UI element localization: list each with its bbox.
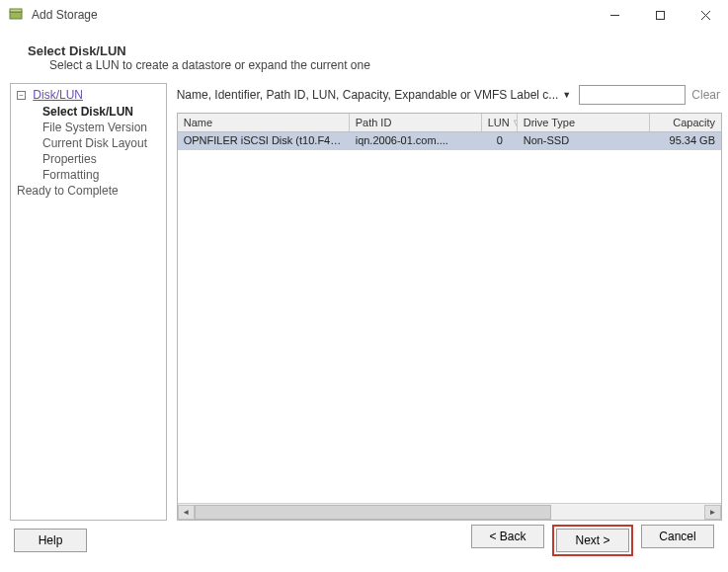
horizontal-scrollbar: ◄ ► (178, 503, 721, 520)
filter-row: Name, Identifier, Path ID, LUN, Capacity… (177, 83, 722, 107)
cell-drive: Non-SSD (518, 132, 650, 150)
nav-item-ready[interactable]: Ready to Complete (17, 183, 160, 199)
nav-item-filesystem[interactable]: File System Version (31, 120, 160, 135)
table-row[interactable]: OPNFILER iSCSI Disk (t10.F405E464... iqn… (178, 132, 721, 150)
table-body: OPNFILER iSCSI Disk (t10.F405E464... iqn… (178, 132, 721, 503)
nav-root-row: − Disk/LUN (17, 88, 160, 102)
app-icon (8, 7, 24, 23)
nav-root-link[interactable]: Disk/LUN (33, 88, 83, 102)
window-title: Add Storage (32, 8, 98, 22)
search-input[interactable] (579, 85, 686, 105)
col-header-path[interactable]: Path ID (350, 114, 482, 131)
col-header-capacity[interactable]: Capacity (650, 114, 721, 131)
cell-name: OPNFILER iSCSI Disk (t10.F405E464... (178, 132, 350, 150)
nav-item-formatting[interactable]: Formatting (31, 167, 160, 183)
titlebar: Add Storage (0, 0, 728, 30)
cell-lun: 0 (482, 132, 518, 150)
scroll-right-icon[interactable]: ► (704, 505, 721, 520)
help-button[interactable]: Help (14, 529, 87, 552)
lun-table: Name Path ID LUN▽ Drive Type Capacity OP… (177, 113, 722, 521)
wizard-body: − Disk/LUN Select Disk/LUN File System V… (0, 78, 728, 521)
col-header-capacity-label: Capacity (673, 117, 715, 128)
back-button[interactable]: < Back (471, 525, 544, 548)
cell-path: iqn.2006-01.com.... (350, 132, 482, 150)
table-header-row: Name Path ID LUN▽ Drive Type Capacity (178, 114, 721, 132)
nav-list: Select Disk/LUN File System Version Curr… (31, 104, 160, 183)
nav-item-select-disk[interactable]: Select Disk/LUN (31, 104, 160, 120)
wizard-footer: Help < Back Next > Cancel (0, 521, 728, 560)
svg-rect-3 (656, 11, 664, 19)
wizard-nav: − Disk/LUN Select Disk/LUN File System V… (10, 83, 167, 521)
scroll-thumb[interactable] (195, 505, 551, 520)
svg-rect-0 (10, 12, 22, 19)
footer-button-group: < Back Next > Cancel (471, 525, 714, 556)
maximize-button[interactable] (637, 0, 683, 30)
clear-filter-link[interactable]: Clear (689, 88, 722, 102)
col-header-name[interactable]: Name (178, 114, 350, 131)
next-button[interactable]: Next > (556, 529, 629, 552)
nav-item-layout[interactable]: Current Disk Layout (31, 135, 160, 151)
col-header-drive-label: Drive Type (524, 117, 575, 128)
content-panel: Name, Identifier, Path ID, LUN, Capacity… (167, 83, 728, 521)
cancel-button[interactable]: Cancel (641, 525, 714, 548)
next-button-highlight: Next > (552, 525, 633, 556)
col-header-lun[interactable]: LUN▽ (482, 114, 518, 131)
col-header-name-label: Name (184, 117, 212, 128)
page-title: Select Disk/LUN (28, 43, 714, 58)
wizard-header: Select Disk/LUN Select a LUN to create a… (0, 30, 728, 78)
minimize-button[interactable] (592, 0, 637, 30)
nav-item-properties[interactable]: Properties (31, 151, 160, 167)
window-controls (592, 0, 728, 30)
svg-rect-1 (10, 9, 22, 12)
close-button[interactable] (683, 0, 728, 30)
col-header-lun-label: LUN (488, 117, 510, 128)
collapse-icon[interactable]: − (17, 91, 26, 100)
scroll-left-icon[interactable]: ◄ (178, 505, 195, 520)
page-subtitle: Select a LUN to create a datastore or ex… (28, 58, 714, 72)
cell-capacity: 95.34 GB (650, 132, 721, 150)
scroll-track[interactable] (195, 505, 704, 520)
col-header-path-label: Path ID (356, 117, 392, 128)
col-header-drive[interactable]: Drive Type (518, 114, 650, 131)
filter-dropdown-icon[interactable]: ▼ (562, 90, 572, 100)
filter-label: Name, Identifier, Path ID, LUN, Capacity… (177, 88, 559, 102)
